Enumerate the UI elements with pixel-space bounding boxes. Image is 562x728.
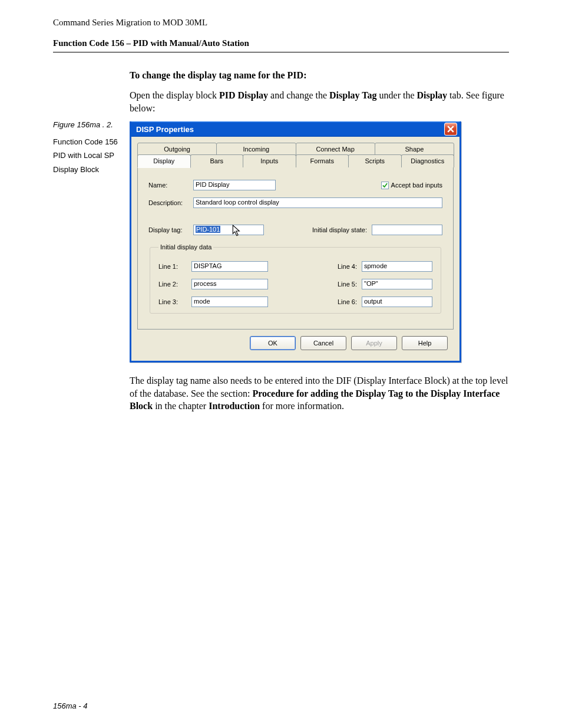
line5-input[interactable]: "OP" xyxy=(362,279,432,289)
text: for more information. xyxy=(260,401,344,411)
initial-display-state-input[interactable] xyxy=(372,225,442,235)
tab-inputs[interactable]: Inputs xyxy=(243,154,296,167)
selected-text: PID-101 xyxy=(196,226,220,233)
text: under the xyxy=(377,90,417,100)
outro-paragraph: The display tag name also needs to be en… xyxy=(130,374,509,413)
name-input[interactable]: PID Display xyxy=(193,180,276,190)
text-bold: PID Display xyxy=(219,90,268,100)
apply-button[interactable]: Apply xyxy=(351,336,397,350)
line3-label: Line 3: xyxy=(158,298,191,305)
checkbox-box xyxy=(381,182,389,189)
instruction-paragraph: Open the display block PID Display and c… xyxy=(130,89,509,114)
button-row: OK Cancel Apply Help xyxy=(137,330,454,356)
fieldset-legend: Initial display data xyxy=(158,243,213,251)
sidebar-line: PID with Local SP xyxy=(53,151,130,160)
instruction-heading: To change the display tag name for the P… xyxy=(130,70,509,81)
help-button[interactable]: Help xyxy=(402,336,448,350)
tab-bars[interactable]: Bars xyxy=(190,154,244,167)
tab-scripts[interactable]: Scripts xyxy=(348,154,402,167)
sidebar-line: Display Block xyxy=(53,165,130,174)
display-tag-input[interactable]: PID-101 xyxy=(193,225,264,235)
line4-input[interactable]: spmode xyxy=(362,261,432,272)
accept-bad-inputs-checkbox[interactable]: Accept bad inputs xyxy=(381,182,442,189)
line1-input[interactable]: DISPTAG xyxy=(191,261,268,272)
tab-diagnostics[interactable]: Diagnostics xyxy=(401,154,455,167)
text: and change the xyxy=(268,90,329,100)
tab-page-display: Name: PID Display Accept bad inputs Desc… xyxy=(137,167,454,330)
text: in the chapter xyxy=(153,401,209,411)
line5-label: Line 5: xyxy=(332,281,362,288)
line4-label: Line 4: xyxy=(332,263,362,270)
dialog-title: DISP Properties xyxy=(136,125,194,134)
text-bold: Display Tag xyxy=(329,90,376,100)
figure-number: Figure 156ma . 2. xyxy=(53,120,130,130)
check-icon xyxy=(382,183,388,188)
text-bold: Display xyxy=(417,90,448,100)
tab-display[interactable]: Display xyxy=(137,154,191,168)
close-icon xyxy=(447,126,454,133)
disp-properties-dialog: DISP Properties Outgoing Incoming Connec… xyxy=(130,121,461,363)
page-footer: 156ma - 4 xyxy=(53,701,88,710)
initial-display-state-label: Initial display state: xyxy=(312,226,367,233)
tab-strip: Outgoing Incoming Connect Map Shape Disp… xyxy=(137,143,454,167)
description-input[interactable]: Standard loop control display xyxy=(193,197,442,208)
figure-sidebar: Figure 156ma . 2. Function Code 156 PID … xyxy=(53,120,130,179)
line3-input[interactable]: mode xyxy=(191,297,268,307)
rule xyxy=(53,52,509,52)
initial-display-data-group: Initial display data Line 1: DISPTAG Lin… xyxy=(150,243,441,314)
tab-formats[interactable]: Formats xyxy=(296,154,349,167)
line2-input[interactable]: process xyxy=(191,279,268,289)
description-label: Description: xyxy=(148,199,193,206)
line1-label: Line 1: xyxy=(158,263,191,270)
text: Open the display block xyxy=(130,90,219,100)
line6-label: Line 6: xyxy=(332,298,362,305)
checkbox-label: Accept bad inputs xyxy=(391,182,442,189)
ok-button[interactable]: OK xyxy=(250,336,296,350)
sidebar-line: Function Code 156 xyxy=(53,137,130,147)
close-button[interactable] xyxy=(444,123,457,136)
name-label: Name: xyxy=(148,182,193,189)
line2-label: Line 2: xyxy=(158,281,191,288)
text-bold: Introduction xyxy=(209,401,260,411)
section-heading: Function Code 156 – PID with Manual/Auto… xyxy=(53,38,509,48)
page-header: Command Series Migration to MOD 30ML xyxy=(53,18,509,28)
line6-input[interactable]: output xyxy=(362,297,432,307)
display-tag-label: Display tag: xyxy=(148,226,193,233)
titlebar[interactable]: DISP Properties xyxy=(131,121,459,137)
cancel-button[interactable]: Cancel xyxy=(300,336,346,350)
